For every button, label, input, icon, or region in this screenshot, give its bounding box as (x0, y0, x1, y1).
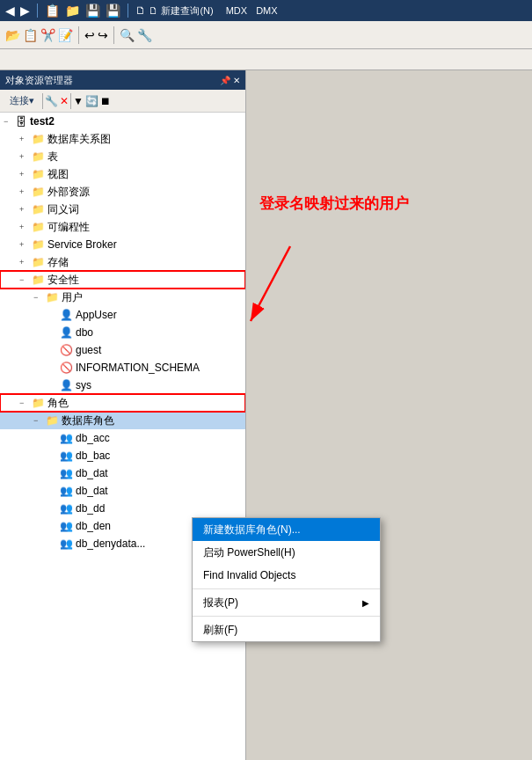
panel-controls: 📌 ✕ (220, 76, 240, 85)
db-icon: 🗄 (16, 115, 27, 128)
list-item[interactable]: 🚫 INFORMATION_SCHEMA (0, 359, 245, 376)
refresh-icon[interactable]: 🔄 (85, 95, 98, 107)
users-icon: 👥 (60, 537, 73, 550)
ctx-find-invalid[interactable]: Find Invalid Objects (193, 564, 380, 587)
folder-icon: 📁 (32, 203, 45, 216)
item-label: 数据库角色 (62, 413, 114, 428)
list-item[interactable]: + 📁 存储 (0, 253, 245, 271)
list-item[interactable]: 👥 db_dat (0, 482, 245, 500)
tb-icon-e[interactable]: ↩ (84, 28, 95, 42)
mdx-btn[interactable]: MDX (226, 5, 247, 16)
user-x-icon: 🚫 (60, 362, 73, 374)
ctx-refresh[interactable]: 刷新(F) (193, 618, 380, 641)
toolbar-sep2 (128, 4, 128, 18)
item-label: db_dat (76, 467, 108, 479)
close-panel-icon[interactable]: ✕ (233, 76, 240, 85)
dbroles-expand: − (33, 416, 46, 425)
list-item[interactable]: + 📁 外部资源 (0, 183, 245, 201)
dmx-btn[interactable]: DMX (256, 5, 277, 16)
item-label: Service Broker (47, 238, 117, 251)
expand-icon: + (19, 240, 32, 249)
panel-title: 对象资源管理器 (5, 74, 73, 87)
tb-icon-g[interactable]: 🔍 (120, 28, 135, 42)
item-label: db_den (76, 520, 111, 532)
users-icon: 👥 (60, 520, 73, 532)
tb-icon-d[interactable]: 📝 (58, 28, 73, 42)
users-expand: − (33, 293, 46, 302)
tb-icon-c[interactable]: ✂️ (40, 28, 55, 42)
forward-btn[interactable]: ▶ (20, 4, 30, 18)
connect-btn[interactable]: 连接▾ (4, 92, 40, 109)
expand-icon: + (19, 223, 32, 231)
users-icon: 👥 (60, 485, 73, 497)
expand-icon: + (19, 152, 32, 161)
sep (78, 26, 79, 44)
folder-icon: 📁 (32, 150, 45, 163)
expand-icon: + (19, 205, 32, 214)
list-item[interactable]: 👤 sys (0, 376, 245, 394)
folder-icon: 📁 (32, 221, 45, 233)
folder-icon: 📁 (32, 274, 45, 286)
filter2-icon[interactable]: ▼ (73, 95, 84, 107)
back-btn[interactable]: ◀ (5, 4, 15, 18)
submenu-arrow-icon: ▶ (362, 598, 369, 608)
folder-icon: 📁 (32, 256, 45, 268)
user-icon: 👤 (60, 326, 73, 339)
tree-root[interactable]: − 🗄 test2 (0, 113, 245, 130)
list-item[interactable]: + 📁 同义词 (0, 201, 245, 218)
security-expand: − (19, 275, 32, 284)
users-icon: 👥 (60, 449, 73, 462)
ctx-reports[interactable]: 报表(P) ▶ (193, 591, 380, 614)
root-expand[interactable]: − (4, 117, 16, 126)
item-label: 外部资源 (47, 185, 90, 200)
icon-1[interactable]: 📋 (45, 4, 60, 18)
list-item[interactable]: 👥 db_dd (0, 500, 245, 517)
tb-icon-b[interactable]: 📋 (23, 28, 38, 42)
list-item[interactable]: + 📁 可编程性 (0, 218, 245, 236)
stop-icon[interactable]: ⏹ (100, 95, 111, 107)
list-item[interactable]: + 📁 Service Broker (0, 236, 245, 253)
root-label: test2 (30, 115, 55, 128)
item-label: db_dat (76, 485, 108, 497)
tb-icon-h[interactable]: 🔧 (137, 28, 152, 42)
tb-icon-f[interactable]: ↪ (98, 28, 108, 42)
folder-icon: 📁 (32, 238, 45, 251)
expand-icon: + (19, 258, 32, 267)
security-item[interactable]: − 📁 安全性 (0, 271, 245, 289)
item-label: db_dd (76, 502, 105, 515)
tb-icon-a[interactable]: 📂 (5, 28, 20, 42)
pin-icon[interactable]: 📌 (220, 76, 230, 85)
users-item[interactable]: − 📁 用户 (0, 289, 245, 306)
item-label: db_denydata... (76, 537, 145, 550)
list-item[interactable]: 👥 db_bac (0, 447, 245, 464)
list-item[interactable]: 🚫 guest (0, 341, 245, 359)
users-icon: 👥 (60, 467, 73, 479)
item-label: dbo (76, 326, 93, 339)
db-roles-item[interactable]: − 📁 数据库角色 (0, 412, 245, 429)
ctx-new-db-role[interactable]: 新建数据库角色(N)... (193, 518, 380, 541)
filter-icon[interactable]: 🔧 (45, 95, 58, 107)
item-label: 数据库关系图 (47, 132, 111, 147)
oe-toolbar: 连接▾ 🔧 ✕ ▼ 🔄 ⏹ (0, 90, 245, 113)
list-item[interactable]: 👤 dbo (0, 324, 245, 341)
main-area (246, 70, 532, 760)
list-item[interactable]: + 📁 表 (0, 148, 245, 165)
ctx-start-powershell[interactable]: 启动 PowerShell(H) (193, 541, 380, 564)
new-query-btn[interactable]: 🗋 🗋 新建查询(N) (135, 4, 214, 18)
icon-3[interactable]: 💾 (85, 4, 100, 18)
user-x-icon: 🚫 (60, 344, 73, 356)
disconnect-icon[interactable]: ✕ (60, 95, 69, 107)
user-icon: 👤 (60, 379, 73, 391)
roles-item[interactable]: − 📁 角色 (0, 394, 245, 412)
list-item[interactable]: 👥 db_dat (0, 464, 245, 482)
panel-title-bar: 对象资源管理器 📌 ✕ (0, 70, 245, 90)
list-item[interactable]: 👥 db_acc (0, 429, 245, 447)
icon-4[interactable]: 💾 (106, 4, 120, 18)
list-item[interactable]: 👤 AppUser (0, 306, 245, 324)
list-item[interactable]: + 📁 数据库关系图 (0, 130, 245, 148)
item-label: guest (76, 344, 101, 356)
list-item[interactable]: + 📁 视图 (0, 165, 245, 183)
icon-2[interactable]: 📁 (65, 4, 80, 18)
context-menu: 新建数据库角色(N)... 启动 PowerShell(H) Find Inva… (192, 517, 381, 642)
item-label: 角色 (47, 396, 69, 411)
